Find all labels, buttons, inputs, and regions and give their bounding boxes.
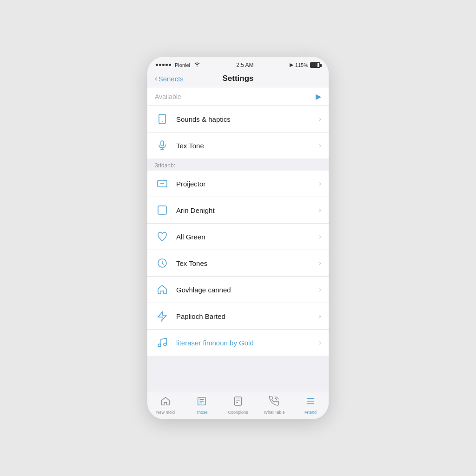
tab-frtend[interactable]: Frtend xyxy=(292,396,329,415)
tab-those[interactable]: Those xyxy=(184,396,220,415)
spacer xyxy=(147,356,329,374)
music-icon xyxy=(155,335,170,350)
nav-bar: ‹ Senects Settings xyxy=(147,70,329,87)
battery-label: 115% xyxy=(295,62,308,68)
chevron-right-icon: › xyxy=(319,232,321,241)
tab-coonpions[interactable]: Coonpions xyxy=(220,396,256,415)
list-item-govhlage-canned[interactable]: Govhlage canned › xyxy=(147,277,329,303)
forward-icon: ▶ xyxy=(316,92,321,101)
status-bar: Pioniel 2:5 AM ▶ 115% xyxy=(147,57,329,70)
chevron-right-icon: › xyxy=(319,285,321,294)
signal-dots xyxy=(156,64,171,66)
house-icon xyxy=(155,282,170,297)
top-list-group: Sounds & haptics › Tex Tone › xyxy=(147,106,329,159)
literaser-label: literaser fimnoun by Gold xyxy=(176,339,319,347)
phone-icon xyxy=(155,112,170,126)
tab-new-mold[interactable]: New mold xyxy=(147,396,184,415)
chevron-right-icon: › xyxy=(319,179,321,188)
those-icon xyxy=(197,396,207,409)
lightning-icon xyxy=(155,309,170,324)
time-label: 2:5 AM xyxy=(236,62,253,68)
bottom-list-group: Proijector › Arin Denight › All xyxy=(147,171,329,356)
home-icon xyxy=(160,396,171,409)
tab-coonpions-label: Coonpions xyxy=(228,410,248,415)
list-item-literaser[interactable]: literaser fimnoun by Gold › xyxy=(147,330,329,356)
back-label: Senects xyxy=(159,75,184,83)
square-icon xyxy=(155,203,170,218)
location-icon: ▶ xyxy=(290,62,293,68)
tab-what-table-label: What Table xyxy=(264,410,285,415)
list-item-sounds-haptics[interactable]: Sounds & haptics › xyxy=(147,106,329,132)
back-chevron-icon: ‹ xyxy=(155,74,158,83)
heart-icon xyxy=(155,229,170,244)
tab-new-mold-label: New mold xyxy=(156,410,175,415)
chevron-right-icon: › xyxy=(319,115,321,123)
tab-frtend-label: Frtend xyxy=(304,410,317,415)
chevron-right-icon: › xyxy=(319,312,321,320)
clock-icon xyxy=(155,256,170,271)
mic-icon xyxy=(155,138,170,153)
arin-denight-label: Arin Denight xyxy=(176,206,319,214)
content-area: Available ▶ Sounds & haptics › xyxy=(147,87,329,392)
status-left: Pioniel xyxy=(156,61,200,68)
svg-rect-15 xyxy=(235,397,242,405)
projector-icon xyxy=(155,176,170,191)
carrier-label: Pioniel xyxy=(175,62,190,68)
tex-tones-label: Tex Tones xyxy=(176,259,319,267)
govhlage-canned-label: Govhlage canned xyxy=(176,286,319,294)
svg-point-10 xyxy=(164,343,166,346)
phone-frame: Pioniel 2:5 AM ▶ 115% ‹ Senects Sett xyxy=(147,57,329,419)
chevron-right-icon: › xyxy=(319,338,321,347)
battery-icon xyxy=(310,62,320,68)
menu-icon xyxy=(305,396,316,409)
wifi-icon xyxy=(194,61,200,68)
svg-rect-2 xyxy=(161,141,164,146)
tab-those-label: Those xyxy=(196,410,207,415)
list-item-arin-denight[interactable]: Arin Denight › xyxy=(147,197,329,224)
what-table-icon xyxy=(269,396,279,409)
list-item-projector[interactable]: Proijector › xyxy=(147,171,329,197)
svg-rect-7 xyxy=(158,206,166,214)
projector-label: Proijector xyxy=(176,180,319,188)
available-row[interactable]: Available ▶ xyxy=(147,87,329,106)
tex-tone-label: Tex Tone xyxy=(176,142,319,150)
all-green-label: All Green xyxy=(176,233,319,241)
sounds-haptics-label: Sounds & haptics xyxy=(176,115,319,123)
paplioch-barted-label: Paplioch Barted xyxy=(176,312,319,320)
chevron-right-icon: › xyxy=(319,206,321,214)
page-title: Settings xyxy=(222,74,253,83)
available-label: Available xyxy=(155,93,316,100)
coonpions-icon xyxy=(233,396,243,409)
tab-bar: New mold Those xyxy=(147,392,329,419)
back-button[interactable]: ‹ Senects xyxy=(155,74,184,83)
chevron-right-icon: › xyxy=(319,259,321,267)
list-item-paplioch-barted[interactable]: Paplioch Barted › xyxy=(147,303,329,330)
list-item-all-green[interactable]: All Green › xyxy=(147,224,329,250)
status-right: ▶ 115% xyxy=(290,62,320,68)
list-item-tex-tones[interactable]: Tex Tones › xyxy=(147,250,329,277)
second-section-header: 3rfdanb: xyxy=(147,159,329,171)
tab-what-table[interactable]: What Table xyxy=(256,396,292,415)
chevron-right-icon: › xyxy=(319,141,321,150)
svg-point-9 xyxy=(158,344,161,347)
list-item-tex-tone[interactable]: Tex Tone › xyxy=(147,132,329,159)
